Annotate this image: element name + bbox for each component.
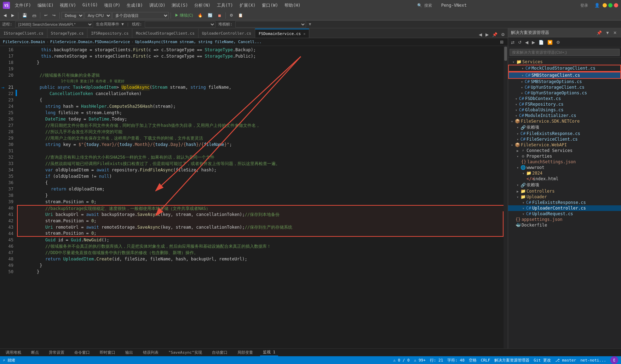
login-label[interactable]: 登录 xyxy=(580,3,588,8)
sol-back-btn[interactable]: ◀ xyxy=(524,39,530,46)
tree-2024[interactable]: ▾ 📁 2024 xyxy=(508,170,621,176)
tree-fileexists-webapi[interactable]: ▾ C# FileExistsResponse.cs xyxy=(508,200,621,205)
menu-file[interactable]: 文件(F) xyxy=(12,2,34,9)
continue-button[interactable]: ▶ 继续(C) xyxy=(173,12,195,19)
menu-edit[interactable]: 编辑(E) xyxy=(35,2,57,9)
tree-sdk-deps[interactable]: ▾ 🔗 依赖项 xyxy=(508,124,621,131)
toolbar-save-btn[interactable]: 💾 xyxy=(20,12,29,18)
minimize-button[interactable] xyxy=(603,3,607,7)
tab-uploadercontroller[interactable]: UploaderController.cs xyxy=(199,29,255,38)
tree-properties[interactable]: ▾ ⚙ Properties xyxy=(508,153,621,159)
tab-scroll-right[interactable]: ▶ xyxy=(484,31,490,38)
bottom-tab-errors[interactable]: 错误列表 xyxy=(140,349,161,356)
solution-search-input[interactable] xyxy=(510,49,620,56)
status-ready[interactable]: ⚡ 就绪 xyxy=(3,358,15,363)
debug-config-dropdown[interactable]: Debug xyxy=(62,12,84,19)
bottom-tab-immediate[interactable]: 即时窗口 xyxy=(97,349,118,356)
sol-forward-btn[interactable]: ▶ xyxy=(530,39,536,46)
tree-globalusings[interactable]: ▾ C# GlobalUsings.cs xyxy=(508,107,621,113)
breadcrumb-part1[interactable]: FileService.Domain xyxy=(3,40,45,44)
tab-scroll-left[interactable]: ◀ xyxy=(477,31,483,38)
status-sol-explorer[interactable]: 解决方案资源管理器 xyxy=(494,358,529,363)
tree-mockcloudstorage[interactable]: ▾ C# MockCloudStorageClient.cs xyxy=(508,65,621,72)
toolbar-forward-btn[interactable]: ▶ xyxy=(9,12,16,18)
tree-fsrepository[interactable]: ▾ C# FSRepository.cs xyxy=(508,101,621,107)
tree-fileexists-sdk[interactable]: ▾ C# FileExistsResponse.cs xyxy=(508,131,621,136)
status-warnings[interactable]: ⚠ 99+ xyxy=(414,358,426,363)
platform-dropdown[interactable]: Any CPU xyxy=(85,12,111,19)
tree-appsettings[interactable]: {} appsettings.json xyxy=(508,217,621,222)
stack-dropdown[interactable] xyxy=(235,21,306,28)
close-button[interactable] xyxy=(614,3,618,7)
bottom-tab-exceptions[interactable]: 异常设置 xyxy=(46,349,67,356)
tab-settings[interactable]: ⚙ xyxy=(500,31,506,38)
menu-window[interactable]: 窗口(W) xyxy=(259,2,281,9)
toolbar-saveall-btn[interactable]: 🗃 xyxy=(30,13,38,18)
status-net-notify[interactable]: net-noti... xyxy=(580,358,606,363)
tab-fsdomainservice[interactable]: FSDomainService.cs ✕ xyxy=(255,29,309,38)
status-line[interactable]: 行: 21 xyxy=(430,358,443,363)
bottom-tab-breakpoints[interactable]: 断点 xyxy=(28,349,42,356)
editor-scrollbar[interactable] xyxy=(504,46,508,348)
tree-uploadercontroller[interactable]: ▾ C# UploaderController.cs xyxy=(508,205,621,211)
tree-controllers[interactable]: ▶ 📁 Controllers xyxy=(508,188,621,194)
breadcrumb-part3[interactable]: UploadAsync(Stream stream, string fileNa… xyxy=(135,40,262,44)
tree-upyunstorageoptions[interactable]: ▾ C# UpYunStorageOptions.cs xyxy=(508,90,621,96)
tab-pin[interactable]: 📌 xyxy=(491,31,499,38)
status-branch[interactable]: ⎇ master xyxy=(555,358,576,363)
user-icon[interactable]: 👤 xyxy=(594,3,600,8)
status-col[interactable]: 字符: 48 xyxy=(447,358,465,363)
menu-test[interactable]: 测试(S) xyxy=(169,2,191,9)
toolbar-redo-btn[interactable]: ↪ xyxy=(50,12,58,18)
tree-webapi[interactable]: ▾ 📦 FileService.WebAPI xyxy=(508,142,621,148)
startup-dropdown[interactable]: 多个启动项目 xyxy=(112,12,169,19)
bottom-tab-callstack[interactable]: 调用堆栈 xyxy=(3,349,24,356)
breadcrumb-part2[interactable]: FileService.Domain.FSDomainService xyxy=(50,40,130,44)
tree-services-folder[interactable]: ▾ 📁 Services xyxy=(508,59,621,65)
sol-settings-btn[interactable]: ⚙ xyxy=(555,39,562,46)
menu-view[interactable]: 视图(V) xyxy=(57,2,79,9)
menu-git[interactable]: Git(G) xyxy=(80,2,100,9)
sol-filter-btn[interactable]: 🔽 xyxy=(546,39,554,46)
menu-help[interactable]: 帮助(H) xyxy=(282,2,304,9)
tab-istorageclient[interactable]: IStorageClient.cs xyxy=(0,29,47,38)
status-git-changes[interactable]: Git 更改 xyxy=(534,358,551,363)
status-user-avatar[interactable]: E xyxy=(610,356,618,364)
tree-fileserviceclient[interactable]: ▾ C# FileServiceClient.cs xyxy=(508,136,621,142)
toolbar-extra2[interactable]: 📋 xyxy=(236,12,245,18)
restart-btn[interactable]: 🔄 xyxy=(206,12,215,18)
bottom-tab-output[interactable]: 输出 xyxy=(122,349,136,356)
menu-analyze[interactable]: 分析(N) xyxy=(191,2,213,9)
tab-storagetype[interactable]: StorageType.cs xyxy=(47,29,88,38)
tree-launchsettings[interactable]: {} launchSettings.json xyxy=(508,159,621,165)
menu-build[interactable]: 生成(B) xyxy=(124,2,146,9)
tree-smbstorageoptions[interactable]: ▾ C# SMBStorageOptions.cs xyxy=(508,79,621,84)
tab-close-icon[interactable]: ✕ xyxy=(303,32,305,36)
tree-connected-services[interactable]: ▶ ⚡ Connected Services xyxy=(508,148,621,153)
bottom-tab-locals[interactable]: 局部变量 xyxy=(235,349,256,356)
tree-fsdbcontext[interactable]: ▾ C# FSDbContext.cs xyxy=(508,96,621,101)
status-encoding[interactable]: CRLF xyxy=(481,358,490,363)
expand-btn[interactable]: ⊞ xyxy=(499,39,505,45)
status-errors[interactable]: ⚠ 0 / 0 xyxy=(393,358,409,363)
tab-ifsrepository[interactable]: IFSRepository.cs xyxy=(87,29,132,38)
tree-dockerfile[interactable]: 🐳 Dockerfile xyxy=(508,222,621,228)
menu-debug[interactable]: 调试(D) xyxy=(146,2,168,9)
tree-webapi-deps[interactable]: ▾ 🔗 依赖项 xyxy=(508,182,621,188)
menu-extensions[interactable]: 扩展(X) xyxy=(237,2,259,9)
maximize-button[interactable] xyxy=(608,3,613,7)
sol-sync-btn[interactable]: ⇄ xyxy=(510,39,516,46)
bottom-tab-autos[interactable]: 自动窗口 xyxy=(209,349,230,356)
toolbar-extra1[interactable]: ⚙ xyxy=(228,12,235,18)
bottom-tab-command[interactable]: 命令窗口 xyxy=(71,349,93,356)
tab-mockcloudstorage[interactable]: MockCloudStorageClient.cs xyxy=(132,29,199,38)
sol-show-all-btn[interactable]: 📄 xyxy=(537,39,545,46)
bottom-tab-watch[interactable]: 监视 1 xyxy=(260,349,278,356)
process-dropdown[interactable]: [19680] SearchService.WebAPI.* xyxy=(15,21,93,28)
thread-dropdown[interactable] xyxy=(145,21,215,28)
tree-index-html[interactable]: </> index.html xyxy=(508,176,621,182)
status-spaces[interactable]: 空格 xyxy=(469,358,477,363)
panel-pin-btn[interactable]: 📌 xyxy=(595,30,603,36)
toolbar-undo-btn[interactable]: ↩ xyxy=(42,12,50,18)
panel-close-btn[interactable]: ✕ xyxy=(612,30,618,36)
